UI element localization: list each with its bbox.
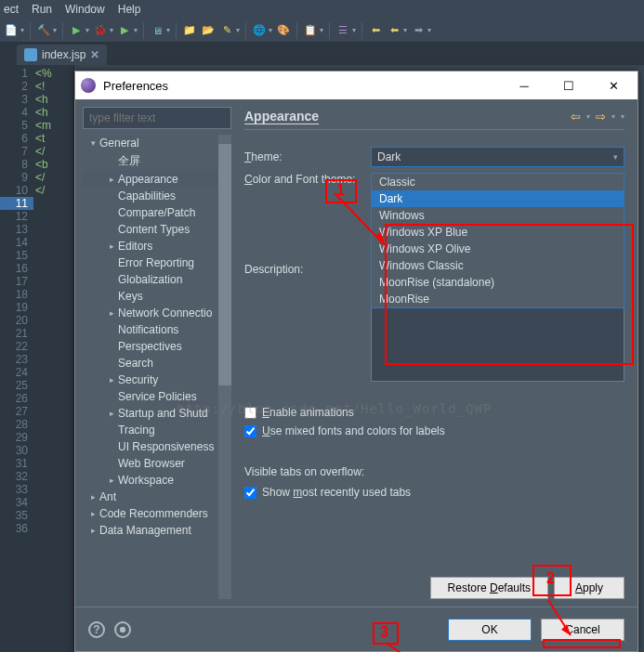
apply-button[interactable]: Apply: [554, 577, 624, 599]
minimize-icon[interactable]: ─: [506, 72, 543, 98]
dropdown-arrow-icon[interactable]: ▾: [586, 112, 590, 121]
theme-combo[interactable]: Dark ▾: [371, 147, 624, 167]
dropdown-item[interactable]: Classic: [372, 174, 624, 190]
run-icon[interactable]: ▶: [69, 23, 84, 38]
dropdown-arrow-icon[interactable]: ▾: [20, 26, 24, 34]
tree-item[interactable]: Editors: [83, 238, 231, 254]
dropdown-item[interactable]: Windows XP Olive: [372, 241, 624, 257]
tool-icon[interactable]: ▶: [117, 23, 132, 38]
scrollbar[interactable]: [218, 135, 231, 599]
tree-item[interactable]: 全屏: [83, 151, 231, 171]
new-icon[interactable]: 📁: [182, 23, 197, 38]
dropdown-arrow-icon[interactable]: ▾: [236, 26, 240, 34]
chevron-right-icon[interactable]: [105, 476, 118, 485]
dropdown-arrow-icon[interactable]: ▾: [53, 26, 57, 34]
dropdown-arrow-icon[interactable]: ▾: [85, 26, 89, 34]
chevron-right-icon[interactable]: [105, 409, 118, 418]
scrollbar-thumb[interactable]: [218, 144, 231, 385]
dropdown-arrow-icon[interactable]: ▾: [134, 26, 138, 34]
close-icon[interactable]: ✕: [595, 72, 632, 98]
tree-item[interactable]: Appearance: [83, 171, 231, 188]
edit-icon[interactable]: ✎: [219, 23, 234, 38]
chevron-right-icon[interactable]: [105, 375, 118, 385]
dropdown-item[interactable]: Windows: [372, 207, 624, 224]
dropdown-item[interactable]: MoonRise (standalone): [372, 274, 624, 291]
editor-tab[interactable]: index.jsp ✕: [17, 45, 107, 65]
chevron-down-icon[interactable]: [86, 138, 99, 148]
tree-item[interactable]: Data Management: [83, 522, 231, 539]
tree-item[interactable]: Network Connectio: [83, 305, 231, 321]
nav-forward-icon[interactable]: ⇨: [596, 110, 606, 124]
tree-item[interactable]: Search: [83, 355, 231, 372]
debug-icon[interactable]: 🐞: [93, 23, 108, 38]
tree-item[interactable]: Globalization: [83, 271, 231, 288]
tree-item[interactable]: Notifications: [83, 321, 231, 338]
filter-input[interactable]: [83, 107, 231, 129]
tree-item[interactable]: Capabilities: [83, 188, 231, 204]
chevron-right-icon[interactable]: [86, 509, 99, 518]
tool-icon[interactable]: ☰: [335, 23, 350, 38]
chevron-right-icon[interactable]: [105, 241, 118, 251]
preferences-tree[interactable]: General全屏AppearanceCapabilitiesCompare/P…: [83, 135, 231, 599]
chevron-right-icon[interactable]: [86, 492, 99, 502]
help-icon[interactable]: ?: [88, 621, 105, 638]
forward-icon[interactable]: ➡: [411, 23, 426, 38]
tree-item[interactable]: General: [83, 135, 231, 151]
tool-icon[interactable]: 🎨: [276, 23, 291, 38]
checkbox[interactable]: [244, 487, 256, 499]
tree-item[interactable]: Keys: [83, 288, 231, 305]
tool-icon[interactable]: 📋: [303, 23, 318, 38]
back-icon[interactable]: ⬅: [368, 23, 383, 38]
tree-item[interactable]: Workspace: [83, 472, 231, 489]
ok-button[interactable]: OK: [448, 619, 532, 641]
settings-icon[interactable]: [114, 621, 131, 638]
chevron-right-icon[interactable]: [105, 308, 118, 318]
restore-defaults-button[interactable]: Restore Defaults: [430, 577, 548, 599]
server-icon[interactable]: 🖥: [150, 23, 164, 38]
dropdown-arrow-icon[interactable]: ▾: [403, 26, 407, 34]
dropdown-arrow-icon[interactable]: ▾: [611, 112, 615, 121]
menu-item[interactable]: ect: [4, 3, 19, 16]
menu-item[interactable]: Help: [118, 3, 141, 16]
mixed-fonts-check[interactable]: Use mixed fonts and colors for labels: [244, 424, 624, 437]
dropdown-arrow-icon[interactable]: ▾: [320, 26, 323, 34]
dropdown-item[interactable]: Dark: [372, 190, 624, 207]
chevron-right-icon[interactable]: [86, 526, 99, 535]
dropdown-arrow-icon[interactable]: ▾: [352, 26, 356, 34]
show-most-recent-check[interactable]: Show most recently used tabs: [244, 486, 624, 499]
tree-item[interactable]: Web Browser: [83, 455, 231, 472]
code-area[interactable]: <%<!<h<h<m<t</<b</</: [33, 65, 73, 652]
cancel-button[interactable]: Cancel: [541, 619, 624, 641]
tree-item[interactable]: Tracing: [83, 422, 231, 438]
globe-icon[interactable]: 🌐: [252, 23, 267, 38]
tree-item[interactable]: Ant: [83, 489, 231, 505]
dropdown-item[interactable]: Windows Classic: [372, 257, 624, 274]
close-icon[interactable]: ✕: [90, 48, 99, 61]
tree-item[interactable]: UI Responsiveness: [83, 438, 231, 455]
menu-item[interactable]: Run: [32, 3, 52, 16]
tree-item[interactable]: Content Types: [83, 221, 231, 238]
tree-item[interactable]: Compare/Patch: [83, 204, 231, 221]
tree-item[interactable]: Perspectives: [83, 338, 231, 355]
tree-item[interactable]: Code Recommenders: [83, 505, 231, 522]
menu-item[interactable]: Window: [65, 3, 105, 16]
dropdown-arrow-icon[interactable]: ▾: [110, 26, 113, 34]
dropdown-arrow-icon[interactable]: ▾: [166, 26, 170, 34]
dropdown-arrow-icon[interactable]: ▾: [269, 26, 272, 34]
dropdown-item[interactable]: MoonRise: [372, 291, 624, 307]
dropdown-item[interactable]: Windows XP Blue: [372, 224, 624, 241]
description-label: Description:: [244, 263, 303, 276]
tree-item[interactable]: Error Reporting: [83, 254, 231, 271]
open-icon[interactable]: 📂: [201, 23, 216, 38]
checkbox[interactable]: [244, 425, 256, 437]
maximize-icon[interactable]: ☐: [550, 72, 587, 98]
chevron-right-icon[interactable]: [105, 175, 118, 184]
menu-arrow-icon[interactable]: ▾: [621, 112, 624, 121]
nav-back-icon[interactable]: ⇦: [571, 110, 581, 124]
tree-item[interactable]: Security: [83, 372, 231, 388]
dropdown-arrow-icon[interactable]: ▾: [427, 26, 431, 34]
tree-item-label: Security: [118, 373, 158, 386]
tool-icon[interactable]: 📄: [4, 23, 19, 38]
back-icon[interactable]: ⬅: [387, 23, 401, 38]
tool-icon[interactable]: 🔨: [36, 23, 51, 38]
